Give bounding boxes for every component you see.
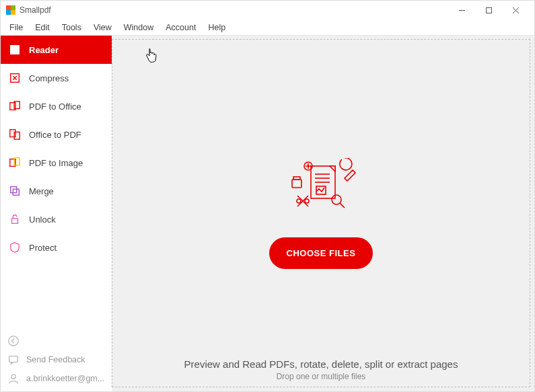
menu-tools[interactable]: Tools [56, 22, 87, 34]
sidebar-item-reader[interactable]: Reader [1, 36, 112, 64]
window-maximize-button[interactable] [475, 1, 502, 19]
svg-rect-33 [292, 180, 301, 188]
merge-icon [9, 185, 21, 197]
sidebar-item-pdf-to-office[interactable]: PDF to Office [1, 92, 112, 120]
sidebar-item-label: Office to PDF [29, 130, 81, 140]
dropzone-subtitle: Drop one or multiple files [112, 372, 530, 381]
sidebar-item-label: PDF to Image [29, 158, 83, 168]
menu-edit[interactable]: Edit [29, 22, 56, 34]
dropzone-text: Preview and Read PDFs, rotate, delete, s… [112, 358, 530, 381]
feedback-label: Send Feedback [26, 355, 85, 364]
sidebar-item-pdf-to-image[interactable]: PDF to Image [1, 149, 112, 177]
compress-icon [9, 72, 21, 84]
sidebar-item-label: Unlock [29, 214, 56, 225]
svg-point-24 [11, 375, 15, 379]
feedback-icon [7, 354, 20, 366]
svg-rect-23 [9, 356, 18, 362]
menubar: File Edit Tools View Window Account Help [1, 19, 534, 36]
svg-point-22 [9, 336, 18, 346]
svg-line-36 [340, 203, 345, 208]
office-to-pdf-icon [9, 128, 21, 141]
main-panel: CHOOSE FILES Preview and Read PDFs, rota… [112, 36, 534, 391]
sidebar-item-unlock[interactable]: Unlock [1, 205, 112, 233]
sidebar-tools: Reader Compress PDF to Office [1, 36, 112, 329]
svg-rect-20 [13, 189, 19, 195]
close-icon [512, 7, 520, 14]
svg-point-37 [297, 199, 301, 203]
app-logo-icon [6, 5, 15, 15]
svg-rect-34 [293, 177, 300, 180]
pdf-to-image-icon [9, 157, 21, 169]
sidebar-item-label: Merge [29, 186, 54, 196]
minimize-icon [458, 7, 466, 14]
window-close-button[interactable] [502, 1, 529, 19]
svg-rect-0 [6, 5, 11, 10]
svg-rect-5 [486, 7, 491, 13]
dropzone-illustration-icon [277, 158, 365, 219]
menu-window[interactable]: Window [118, 22, 159, 34]
unlock-icon [9, 213, 21, 225]
account-button[interactable]: a.brinkkoetter@gm... [7, 373, 105, 385]
menu-view[interactable]: View [87, 22, 118, 34]
svg-rect-2 [6, 10, 11, 15]
send-feedback-button[interactable]: Send Feedback [7, 354, 105, 366]
choose-files-button[interactable]: CHOOSE FILES [269, 237, 373, 269]
protect-icon [9, 241, 21, 253]
maximize-icon [485, 7, 493, 14]
menu-help[interactable]: Help [202, 22, 231, 34]
back-button[interactable] [7, 335, 105, 347]
svg-point-35 [332, 195, 341, 204]
dropzone-title: Preview and Read PDFs, rotate, delete, s… [112, 358, 530, 370]
svg-rect-3 [11, 10, 15, 15]
reader-icon [9, 44, 21, 56]
app-window: Smallpdf File Edit Tools View Window Acc… [0, 0, 535, 392]
titlebar: Smallpdf [1, 1, 534, 19]
sidebar-item-label: Protect [29, 243, 57, 253]
menu-file[interactable]: File [3, 22, 29, 34]
sidebar: Reader Compress PDF to Office [1, 36, 112, 391]
choose-files-label: CHOOSE FILES [287, 248, 356, 258]
sidebar-item-office-to-pdf[interactable]: Office to PDF [1, 120, 112, 149]
svg-point-38 [305, 199, 309, 203]
sidebar-item-compress[interactable]: Compress [1, 64, 112, 92]
sidebar-item-label: PDF to Office [29, 102, 81, 112]
user-icon [7, 373, 20, 385]
sidebar-item-merge[interactable]: Merge [1, 177, 112, 205]
pdf-to-office-icon [9, 100, 21, 112]
sidebar-item-label: Compress [29, 73, 69, 83]
sidebar-item-protect[interactable]: Protect [1, 233, 112, 262]
cursor-pointer-icon [145, 48, 158, 67]
menu-account[interactable]: Account [159, 22, 202, 34]
body: Reader Compress PDF to Office [1, 36, 534, 391]
chevron-left-icon [7, 335, 20, 347]
svg-rect-21 [12, 219, 18, 223]
sidebar-item-label: Reader [29, 45, 59, 55]
file-dropzone[interactable]: CHOOSE FILES Preview and Read PDFs, rota… [112, 39, 530, 387]
app-title: Smallpdf [20, 5, 51, 15]
window-minimize-button[interactable] [448, 1, 475, 19]
sidebar-footer: Send Feedback a.brinkkoetter@gm... [1, 329, 112, 391]
svg-rect-19 [11, 187, 17, 193]
svg-rect-1 [11, 5, 15, 10]
account-label: a.brinkkoetter@gm... [26, 374, 104, 383]
